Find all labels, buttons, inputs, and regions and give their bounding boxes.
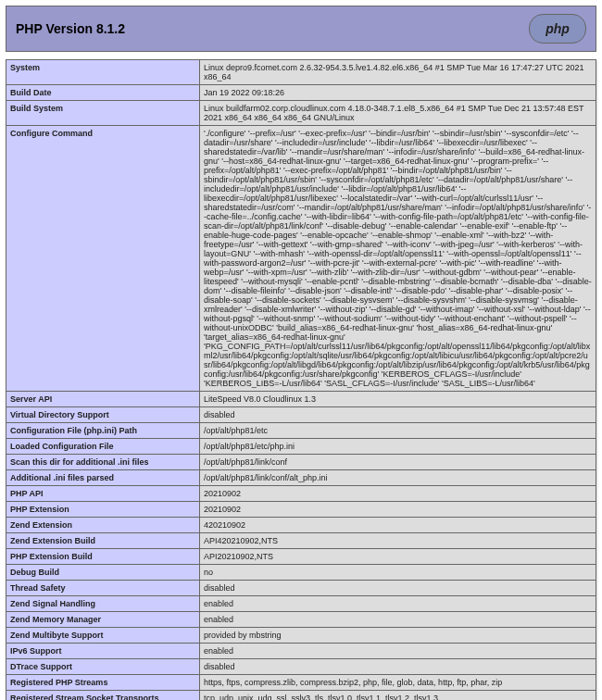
table-row: Server APILiteSpeed V8.0 Cloudlinux 1.3 — [6, 392, 596, 407]
info-key: Additional .ini files parsed — [6, 470, 200, 486]
info-value: API20210902,NTS — [200, 549, 596, 565]
table-row: Zend Memory Managerenabled — [6, 612, 596, 628]
table-row: Zend Extension BuildAPI420210902,NTS — [6, 533, 596, 549]
info-value: no — [200, 565, 596, 581]
info-value: LiteSpeed V8.0 Cloudlinux 1.3 — [200, 392, 596, 407]
info-value: https, ftps, compress.zlib, compress.bzi… — [200, 675, 596, 691]
info-key: Build Date — [6, 85, 200, 101]
info-value: tcp, udp, unix, udg, ssl, sslv3, tls, tl… — [200, 691, 596, 701]
table-row: Loaded Configuration File/opt/alt/php81/… — [6, 439, 596, 455]
info-key: Scan this dir for additional .ini files — [6, 455, 200, 470]
table-row: IPv6 Supportenabled — [6, 644, 596, 659]
info-value: 20210902 — [200, 486, 596, 502]
table-row: Additional .ini files parsed/opt/alt/php… — [6, 470, 596, 486]
table-row: Build SystemLinux buildfarm02.corp.cloud… — [6, 101, 596, 126]
table-row: Debug Buildno — [6, 565, 596, 581]
table-row: Registered Stream Socket Transportstcp, … — [6, 691, 596, 701]
info-value: Linux buildfarm02.corp.cloudlinux.com 4.… — [200, 101, 596, 126]
info-key: DTrace Support — [6, 659, 200, 675]
info-key: Zend Memory Manager — [6, 612, 200, 628]
info-value: /opt/alt/php81/etc — [200, 423, 596, 439]
info-key: PHP Extension Build — [6, 549, 200, 565]
page-title: PHP Version 8.1.2 — [16, 21, 125, 36]
info-key: Configure Command — [6, 126, 200, 392]
table-row: Zend Multibyte Supportprovided by mbstri… — [6, 628, 596, 644]
info-key: Thread Safety — [6, 581, 200, 596]
info-key: Zend Multibyte Support — [6, 628, 200, 644]
table-row: Thread Safetydisabled — [6, 581, 596, 596]
table-row: Zend Extension420210902 — [6, 518, 596, 533]
table-row: Configuration File (php.ini) Path/opt/al… — [6, 423, 596, 439]
info-key: Server API — [6, 392, 200, 407]
table-row: Build DateJan 19 2022 09:18:26 — [6, 85, 596, 101]
info-key: PHP Extension — [6, 502, 200, 518]
info-value: enabled — [200, 644, 596, 659]
table-row: DTrace Supportdisabled — [6, 659, 596, 675]
phpinfo-table: SystemLinux depro9.fcomet.com 2.6.32-954… — [6, 59, 596, 700]
info-key: Configuration File (php.ini) Path — [6, 423, 200, 439]
info-key: System — [6, 60, 200, 85]
info-value: disabled — [200, 407, 596, 423]
php-logo: php — [529, 14, 586, 44]
info-value: /opt/alt/php81/link/conf/alt_php.ini — [200, 470, 596, 486]
table-row: Zend Signal Handlingenabled — [6, 596, 596, 612]
info-key: Registered Stream Socket Transports — [6, 691, 200, 701]
info-value: provided by mbstring — [200, 628, 596, 644]
info-value: './configure' '--prefix=/usr' '--exec-pr… — [200, 126, 596, 392]
info-value: enabled — [200, 612, 596, 628]
table-row: SystemLinux depro9.fcomet.com 2.6.32-954… — [6, 60, 596, 85]
info-value: 20210902 — [200, 502, 596, 518]
info-key: Zend Extension — [6, 518, 200, 533]
table-row: Registered PHP Streamshttps, ftps, compr… — [6, 675, 596, 691]
info-key: Virtual Directory Support — [6, 407, 200, 423]
info-value: /opt/alt/php81/etc/php.ini — [200, 439, 596, 455]
table-row: PHP API20210902 — [6, 486, 596, 502]
info-value: disabled — [200, 659, 596, 675]
info-key: PHP API — [6, 486, 200, 502]
table-row: Scan this dir for additional .ini files/… — [6, 455, 596, 470]
info-key: Debug Build — [6, 565, 200, 581]
info-key: Zend Extension Build — [6, 533, 200, 549]
table-row: Virtual Directory Supportdisabled — [6, 407, 596, 423]
php-header: PHP Version 8.1.2 php — [6, 6, 596, 52]
info-value: 420210902 — [200, 518, 596, 533]
info-value: /opt/alt/php81/link/conf — [200, 455, 596, 470]
info-key: Zend Signal Handling — [6, 596, 200, 612]
table-row: Configure Command'./configure' '--prefix… — [6, 126, 596, 392]
info-value: API420210902,NTS — [200, 533, 596, 549]
info-value: disabled — [200, 581, 596, 596]
info-key: IPv6 Support — [6, 644, 200, 659]
table-row: PHP Extension20210902 — [6, 502, 596, 518]
info-key: Build System — [6, 101, 200, 126]
info-key: Loaded Configuration File — [6, 439, 200, 455]
info-value: Jan 19 2022 09:18:26 — [200, 85, 596, 101]
info-value: enabled — [200, 596, 596, 612]
info-key: Registered PHP Streams — [6, 675, 200, 691]
info-value: Linux depro9.fcomet.com 2.6.32-954.3.5.l… — [200, 60, 596, 85]
table-row: PHP Extension BuildAPI20210902,NTS — [6, 549, 596, 565]
